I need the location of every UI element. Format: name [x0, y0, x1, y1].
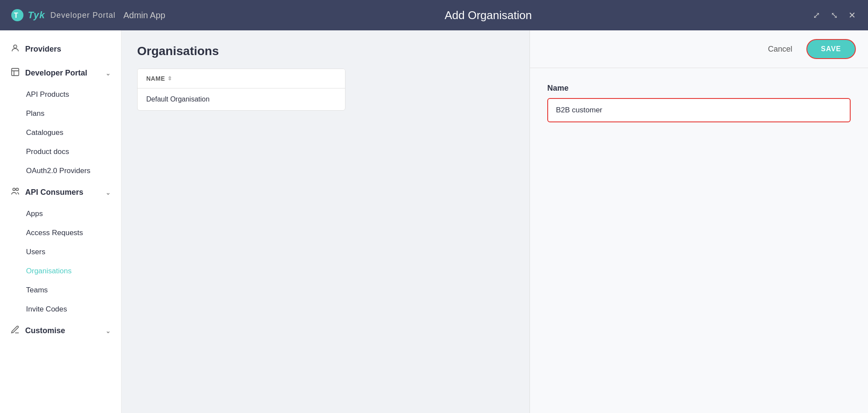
sidebar-sub-item-invite-codes[interactable]: Invite Codes	[0, 300, 121, 319]
sidebar-sub-item-api-products[interactable]: API Products	[0, 85, 121, 104]
app-name: Admin App	[123, 10, 165, 20]
developer-portal-icon	[10, 67, 20, 79]
svg-rect-3	[12, 69, 19, 76]
sidebar-item-customise-label: Customise	[25, 326, 65, 335]
table-row[interactable]: Default Organisation	[138, 88, 345, 110]
api-consumers-chevron: ⌄	[105, 189, 111, 196]
cancel-button[interactable]: Cancel	[761, 41, 799, 57]
svg-text:T: T	[14, 12, 19, 19]
sidebar-sub-item-oauth2[interactable]: OAuth2.0 Providers	[0, 161, 121, 180]
sidebar-sub-item-users[interactable]: Users	[0, 243, 121, 262]
table-header: NAME ⇳	[138, 69, 345, 88]
sidebar-item-developer-portal-label: Developer Portal	[25, 69, 87, 78]
sidebar-item-api-consumers[interactable]: API Consumers ⌄	[0, 180, 121, 204]
topbar-actions: ⤢ ⤡ ✕	[811, 8, 858, 22]
sidebar-sub-item-apps[interactable]: Apps	[0, 204, 121, 223]
expand-icon[interactable]: ⤡	[829, 8, 840, 22]
logo-tyk: Tyk	[28, 10, 45, 21]
org-name-cell: Default Organisation	[146, 95, 210, 103]
modal-title-topbar: Add Organisation	[165, 9, 811, 22]
sidebar-item-developer-portal[interactable]: Developer Portal ⌄	[0, 61, 121, 85]
topbar: T Tyk Developer Portal Admin App Add Org…	[0, 0, 868, 30]
name-column-label: NAME	[146, 75, 165, 82]
sidebar-sub-item-plans[interactable]: Plans	[0, 104, 121, 123]
name-column-header[interactable]: NAME ⇳	[146, 75, 172, 82]
external-link-icon[interactable]: ⤢	[811, 8, 822, 22]
add-organisation-panel: Cancel SAVE Name	[529, 30, 868, 413]
sidebar-section-api-consumers: API Consumers ⌄ Apps Access Requests Use…	[0, 180, 121, 319]
tyk-logo-icon: T	[10, 8, 24, 22]
name-input[interactable]	[547, 98, 851, 122]
modal-header: Cancel SAVE	[530, 30, 868, 68]
logo: T Tyk Developer Portal	[10, 8, 115, 22]
sidebar-item-customise[interactable]: Customise ⌄	[0, 319, 121, 343]
logo-portal: Developer Portal	[50, 11, 115, 20]
sidebar-item-providers-label: Providers	[25, 45, 61, 54]
providers-icon	[10, 43, 20, 55]
sidebar-item-api-consumers-label: API Consumers	[25, 188, 83, 197]
sidebar-section-developer-portal: Developer Portal ⌄ API Products Plans Ca…	[0, 61, 121, 180]
sidebar-sub-item-catalogues[interactable]: Catalogues	[0, 123, 121, 142]
organisations-table: NAME ⇳ Default Organisation	[137, 69, 345, 111]
sidebar-section-providers: Providers	[0, 37, 121, 61]
name-field-label: Name	[547, 84, 851, 93]
sort-icon: ⇳	[168, 75, 172, 82]
sidebar: Providers Developer Portal ⌄ API Product…	[0, 30, 122, 413]
customise-chevron: ⌄	[105, 328, 111, 334]
sidebar-sub-item-teams[interactable]: Teams	[0, 281, 121, 300]
sidebar-sub-item-access-requests[interactable]: Access Requests	[0, 223, 121, 243]
sidebar-sub-item-product-docs[interactable]: Product docs	[0, 142, 121, 161]
close-icon[interactable]: ✕	[847, 8, 858, 22]
svg-point-2	[13, 45, 16, 48]
svg-point-4	[13, 188, 16, 191]
customise-icon	[10, 325, 20, 337]
sidebar-section-customise: Customise ⌄	[0, 319, 121, 343]
sidebar-sub-item-organisations[interactable]: Organisations	[0, 262, 121, 281]
save-button[interactable]: SAVE	[806, 39, 856, 59]
sidebar-item-providers[interactable]: Providers	[0, 37, 121, 61]
svg-point-5	[16, 188, 19, 191]
api-consumers-icon	[10, 187, 20, 198]
modal-body: Name	[530, 68, 868, 413]
developer-portal-chevron: ⌄	[105, 70, 111, 77]
